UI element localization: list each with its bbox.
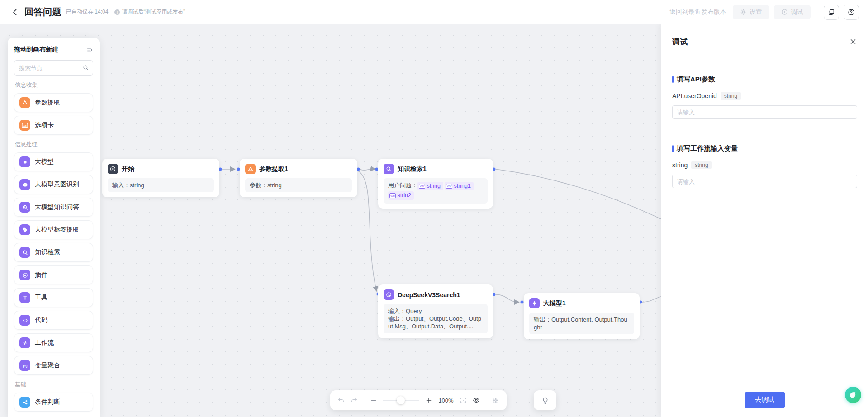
workflow-var-input[interactable]: [672, 175, 857, 188]
toolbar-divider: [364, 396, 364, 404]
publish-hint-text: 请调试后“测试应用或发布”: [122, 8, 185, 16]
fit-view-icon[interactable]: [460, 397, 467, 404]
extract-icon: [19, 97, 30, 108]
sidebar-item-ab[interactable]: AB选项卡: [14, 116, 93, 135]
io-label: 输入：: [112, 182, 130, 189]
api-param-input[interactable]: [672, 105, 857, 119]
sidebar-item-extract[interactable]: 参数提取: [14, 93, 93, 112]
ab-icon: AB: [19, 120, 30, 131]
play-circle-icon: [781, 9, 788, 15]
variable-chip[interactable]: varstring1: [445, 182, 474, 190]
back-button[interactable]: [9, 6, 22, 19]
info-dot-icon: !: [114, 9, 120, 15]
sidebar-item-label: 工具: [35, 294, 47, 302]
close-icon[interactable]: [849, 38, 857, 46]
node-start[interactable]: 开始 输入：string: [102, 159, 219, 197]
io-label: 参数：: [250, 182, 267, 189]
zoom-slider[interactable]: [383, 396, 419, 404]
brand-logo[interactable]: [845, 387, 861, 403]
copy-button[interactable]: [824, 5, 839, 20]
node-extract1[interactable]: 参数提取1 参数：string: [240, 159, 357, 197]
node-llm1[interactable]: 大模型1 输出：Output.Content, Output.Thought: [524, 293, 640, 339]
node-io-summary: 参数：string: [245, 178, 352, 192]
node-title: 参数提取1: [259, 165, 288, 173]
canvas-toolbar: 100%: [330, 390, 507, 410]
sidebar-item-code[interactable]: 代码: [14, 311, 93, 330]
redo-icon[interactable]: [351, 397, 358, 404]
field-label: API.userOpenid: [672, 92, 717, 100]
svg-text:AB: AB: [23, 124, 27, 127]
sidebar-item-tag[interactable]: 大模型标签提取: [14, 220, 93, 239]
zoom-in-icon[interactable]: [425, 397, 432, 404]
help-button[interactable]: [844, 5, 859, 20]
go-debug-button[interactable]: 去调试: [745, 392, 785, 408]
sidebar-item-label: 插件: [35, 271, 47, 279]
node-deepseek1[interactable]: DeepSeekV3Search1 输入：Query 输出：Output、Out…: [378, 284, 493, 338]
revert-to-published-link[interactable]: 返回到最近发布版本: [669, 8, 726, 16]
sidebar-item-label: 大模型标签提取: [35, 226, 79, 234]
code-icon: [19, 315, 30, 326]
node-retrieval1[interactable]: 知识检索1 用户问题：varstringvarstring1varstrin2: [378, 159, 493, 208]
debug-button[interactable]: 调试: [774, 5, 811, 19]
sidebar-item-sparkle[interactable]: 大模型: [14, 152, 93, 171]
node-io-summary: 输入：string: [108, 178, 214, 192]
intent-icon: [19, 179, 30, 190]
minimap-icon[interactable]: [492, 397, 499, 404]
sidebar-sections: 信息收集参数提取AB选项卡信息处理大模型大模型意图识别大模型知识问答大模型标签提…: [14, 81, 93, 412]
io-label: 输出：: [388, 315, 406, 322]
sidebar-item-tool[interactable]: 工具: [14, 288, 93, 307]
plugin-icon: [384, 289, 394, 300]
gear-icon: [740, 9, 747, 15]
io-value: Query: [406, 308, 422, 314]
settings-button-label: 设置: [749, 8, 762, 16]
sidebar-item-search[interactable]: 知识检索: [14, 243, 93, 262]
panel-divider: [661, 59, 868, 59]
field-label: string: [672, 161, 688, 169]
node-title: 大模型1: [543, 299, 566, 308]
palette-title: 拖动到画布新建: [14, 46, 58, 54]
sidebar-item-flow[interactable]: 工作流: [14, 333, 93, 352]
qa-icon: [19, 202, 30, 213]
zoom-out-icon[interactable]: [370, 397, 377, 404]
sidebar-item-label: 选项卡: [35, 121, 54, 129]
debug-panel: 调试 填写API参数 API.userOpenid string 填写工作流输入…: [661, 24, 868, 417]
io-label: 用户问题：: [388, 182, 417, 189]
debug-panel-title: 调试: [672, 37, 688, 47]
copy-icon: [828, 9, 835, 16]
sidebar-item-aggregate[interactable]: {×}变量聚合: [14, 356, 93, 375]
search-input[interactable]: [14, 60, 93, 76]
zoom-slider-thumb[interactable]: [397, 396, 405, 404]
undo-icon[interactable]: [337, 397, 345, 404]
variable-chip[interactable]: varstrin2: [388, 191, 414, 200]
workflow-vars-section: 填写工作流输入变量 string string: [672, 144, 857, 188]
sidebar-item-label: 参数提取: [35, 99, 60, 107]
var-icon: var: [389, 193, 396, 198]
sidebar-category-label: 基础: [15, 381, 92, 389]
search-icon: [82, 64, 89, 73]
node-palette: 拖动到画布新建 信息收集参数提取AB选项卡信息处理大模型大模型意图识别大模型知识…: [8, 38, 100, 417]
io-output-row: 输出：Output、Output.Code、Output.Msg、Output.…: [388, 315, 483, 330]
search-icon: [384, 164, 394, 174]
sidebar-item-branch[interactable]: 条件判断: [14, 393, 93, 412]
autosave-status: 已自动保存 14:04: [66, 8, 108, 16]
sidebar-item-label: 变量聚合: [35, 361, 60, 370]
branch-icon: [19, 397, 30, 408]
sidebar-category-label: 信息收集: [15, 81, 92, 89]
sidebar-item-qa[interactable]: 大模型知识问答: [14, 198, 93, 217]
eye-icon[interactable]: [473, 397, 480, 404]
node-io-summary: 输入：Query 输出：Output、Output.Code、Output.Ms…: [384, 304, 488, 333]
collapse-palette-icon[interactable]: [86, 47, 93, 53]
lightbulb-icon: [541, 397, 549, 404]
start-play-icon: [108, 164, 118, 174]
variable-chip[interactable]: varstring: [417, 182, 443, 190]
section-accent-bar: [672, 145, 674, 152]
sidebar-item-plugin[interactable]: 插件: [14, 265, 93, 284]
flow-icon: [19, 337, 30, 348]
settings-button[interactable]: 设置: [733, 5, 769, 19]
back-icon: [11, 8, 20, 17]
io-input-row: 输入：Query: [388, 307, 483, 315]
extract-icon: [245, 164, 256, 174]
sidebar-item-intent[interactable]: 大模型意图识别: [14, 175, 93, 194]
tips-button[interactable]: [534, 390, 556, 410]
zoom-level: 100%: [438, 397, 454, 404]
